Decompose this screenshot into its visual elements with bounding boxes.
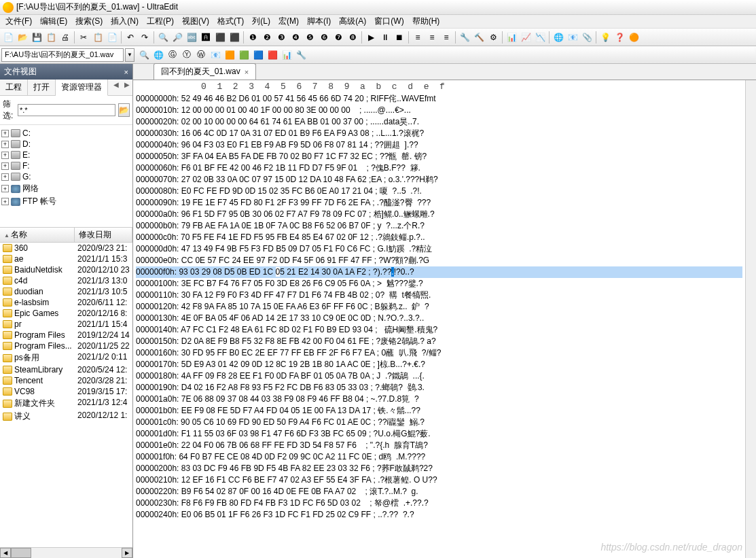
hex-line[interactable]: 00000120h: 42 F8 9A FA 85 10 7A 15 0E FA… <box>136 301 742 313</box>
hex-line[interactable]: 00000180h: 4A FF 09 F8 28 EE F1 F0 0D FA… <box>136 370 742 382</box>
toolbar-button[interactable]: 📧 <box>209 48 222 62</box>
file-row[interactable]: Program Files...2020/11/25 22 <box>0 341 132 351</box>
hex-line[interactable]: 00000150h: D2 0A 8E F9 B8 F5 32 F8 8E FB… <box>136 336 742 347</box>
file-row[interactable]: duodian2021/1/3 10:5 <box>0 286 132 297</box>
hex-line[interactable]: 000000e0h: CC 0E 57 FC 24 EE 97 F2 0D F4… <box>136 255 742 266</box>
hex-line[interactable]: 00000070h: 27 02 0B 33 0A 0C 07 97 15 0D… <box>136 174 742 186</box>
file-row[interactable]: 讲义2020/12/12 1: <box>0 410 132 423</box>
toolbar-button[interactable]: 🌐 <box>552 31 565 44</box>
scroll-thumb[interactable] <box>11 548 31 558</box>
hex-line[interactable]: 000000b0h: 79 FB AE FA 1A 0E 1B 0F 7A 0C… <box>136 220 742 232</box>
toolbar-button[interactable]: 📂 <box>16 31 29 44</box>
file-row[interactable]: Program Files2019/12/24 14 <box>0 330 132 341</box>
hex-line[interactable]: 000001c0h: 90 05 C6 10 69 FD 90 ED 50 F9… <box>136 417 742 428</box>
tree-node[interactable]: +C: <box>1 128 131 139</box>
toolbar-button[interactable]: 🔍 <box>156 31 170 44</box>
drive-tree[interactable]: +C:+D:+E:+F:+G:+网络+FTP 帐号 <box>0 125 132 227</box>
toolbar-button[interactable]: 📄 <box>1 31 15 44</box>
toolbar-button[interactable]: 🔧 <box>458 31 471 44</box>
file-row[interactable]: e-lasbsim2020/6/11 12: <box>0 297 132 308</box>
toolbar-button[interactable]: ⚙ <box>486 31 500 44</box>
toolbar-button[interactable]: Ⓨ <box>180 48 194 62</box>
toolbar-button[interactable]: 💡 <box>598 31 612 44</box>
col-date[interactable]: 修改日期 <box>75 228 132 242</box>
hex-line[interactable]: 000001b0h: EE F9 08 FE 5D F7 A4 FD 04 05… <box>136 405 742 417</box>
hex-line[interactable]: 000001e0h: 22 04 F0 06 7B 06 68 FF FE FD… <box>136 440 742 451</box>
menu-item[interactable]: 窗口(W) <box>370 14 408 29</box>
hex-line[interactable]: 00000140h: A7 FC C1 F2 48 EA 61 FC 8D 02… <box>136 324 742 336</box>
expand-icon[interactable]: + <box>1 152 9 159</box>
toolbar-button[interactable]: 🟠 <box>627 31 641 44</box>
tab-nav-left-icon[interactable]: ◀ <box>111 80 122 95</box>
hex-line[interactable]: 00000060h: F6 01 BF FE 42 00 46 F2 1B 11… <box>136 162 742 174</box>
hex-line[interactable]: 000000a0h: 96 F1 5D F7 95 0B 30 06 02 F7… <box>136 209 742 220</box>
toolbar-button[interactable]: ❻ <box>317 31 331 44</box>
toolbar-button[interactable]: 🟥 <box>266 48 279 62</box>
file-row[interactable]: Epic Games2020/12/16 8: <box>0 308 132 319</box>
hex-line[interactable]: 00000020h: 02 00 10 00 00 00 64 61 74 61… <box>136 116 742 128</box>
hex-line[interactable]: 00000160h: 30 FD 95 FF B0 EC 2E EF 77 FF… <box>136 347 742 359</box>
toolbar-button[interactable]: ❽ <box>346 31 359 44</box>
toolbar-button[interactable]: ❶ <box>246 31 259 44</box>
hex-line[interactable]: 00000110h: 30 FA 12 F9 F0 F3 4D FF 47 F7… <box>136 290 742 301</box>
toolbar-button[interactable]: 📊 <box>505 31 518 44</box>
hex-line[interactable]: 00000000h: 52 49 46 46 B2 D6 01 00 57 41… <box>136 93 742 105</box>
menu-item[interactable]: 文件(F) <box>1 14 36 29</box>
hex-line[interactable]: 00000210h: 12 EF 16 F1 CC F6 BE F7 47 02… <box>136 474 742 486</box>
toolbar-button[interactable]: ≡ <box>425 31 439 44</box>
toolbar-button[interactable]: 🔍 <box>137 48 151 62</box>
tree-node[interactable]: +FTP 帐号 <box>1 195 131 208</box>
tree-node[interactable]: +F: <box>1 160 131 171</box>
hex-line[interactable]: 00000080h: E0 FC FE FD 9D 0D 15 02 35 FC… <box>136 186 742 197</box>
hex-line[interactable]: 00000170h: 5D E9 A3 01 42 09 0D 12 8C 19… <box>136 359 742 370</box>
menu-item[interactable]: 帮助(H) <box>408 14 444 29</box>
toolbar-button[interactable]: ❓ <box>613 31 626 44</box>
toolbar-button[interactable]: ▶ <box>364 31 378 44</box>
toolbar-button[interactable]: 🔎 <box>170 31 184 44</box>
expand-icon[interactable]: + <box>1 130 9 137</box>
expand-icon[interactable]: + <box>1 185 9 192</box>
menu-item[interactable]: 编辑(E) <box>36 14 71 29</box>
tree-node[interactable]: +G: <box>1 171 131 182</box>
hex-editor[interactable]: 00000000h: 52 49 46 46 B2 D6 01 00 57 41… <box>133 93 745 558</box>
toolbar-button[interactable]: 📋 <box>44 31 58 44</box>
sidebar-hscroll[interactable]: ◀ ▶ <box>0 547 132 558</box>
toolbar-button[interactable]: ⬛ <box>213 31 227 44</box>
toolbar-button[interactable]: 💾 <box>30 31 43 44</box>
toolbar-button[interactable]: ❺ <box>303 31 317 44</box>
sidebar-close-icon[interactable]: × <box>124 68 128 76</box>
toolbar-button[interactable]: Ⓖ <box>166 48 179 62</box>
toolbar-button[interactable]: 🔨 <box>472 31 486 44</box>
toolbar-button[interactable]: ❹ <box>289 31 302 44</box>
hex-line[interactable]: 00000010h: 12 00 00 00 01 00 40 1F 00 00… <box>136 105 742 116</box>
toolbar-button[interactable]: 📈 <box>519 31 533 44</box>
menu-item[interactable]: 工程(P) <box>143 14 178 29</box>
menu-item[interactable]: 列(L) <box>248 14 274 29</box>
toolbar-button[interactable]: ⏹ <box>393 31 406 44</box>
hex-line[interactable]: 000001f0h: 64 F0 B7 FE CE 08 4D 0D F2 09… <box>136 451 742 463</box>
toolbar-button[interactable]: ⏸ <box>378 31 392 44</box>
toolbar-button[interactable]: ↷ <box>138 31 151 44</box>
toolbar-button[interactable]: ❸ <box>274 31 288 44</box>
hex-line[interactable]: 00000240h: E0 06 B5 01 1F F6 26 F3 1D FC… <box>136 509 742 521</box>
tab-explorer[interactable]: 资源管理器 <box>56 80 108 96</box>
menu-item[interactable]: 高级(A) <box>335 14 370 29</box>
hex-line[interactable]: 00000040h: 96 04 F3 03 E0 F1 EB F9 AB F9… <box>136 139 742 151</box>
tab-project[interactable]: 工程 <box>0 80 28 95</box>
toolbar-button[interactable]: 📎 <box>580 31 594 44</box>
file-row[interactable]: SteamLibrary2020/5/24 12: <box>0 364 132 375</box>
tree-node[interactable]: +D: <box>1 139 131 150</box>
expand-icon[interactable]: + <box>1 141 9 148</box>
tree-node[interactable]: +网络 <box>1 182 131 195</box>
expand-icon[interactable]: + <box>1 162 9 170</box>
toolbar-button[interactable]: ⬛ <box>228 31 241 44</box>
toolbar-button[interactable]: ✂ <box>77 31 90 44</box>
tab-nav-right-icon[interactable]: ▶ <box>122 80 132 95</box>
toolbar-button[interactable]: 📊 <box>280 48 293 62</box>
expand-icon[interactable]: + <box>1 198 9 205</box>
file-list[interactable]: 3602020/9/23 21:ae2021/1/1 15:3BaiduNetd… <box>0 243 132 547</box>
hex-line[interactable]: 000000f0h: 93 03 29 08 D5 0B ED 1C 05 21… <box>136 266 742 278</box>
menu-item[interactable]: 宏(M) <box>274 14 303 29</box>
toolbar-button[interactable]: ❼ <box>331 31 345 44</box>
file-row[interactable]: c4d2021/1/3 13:0 <box>0 275 132 286</box>
